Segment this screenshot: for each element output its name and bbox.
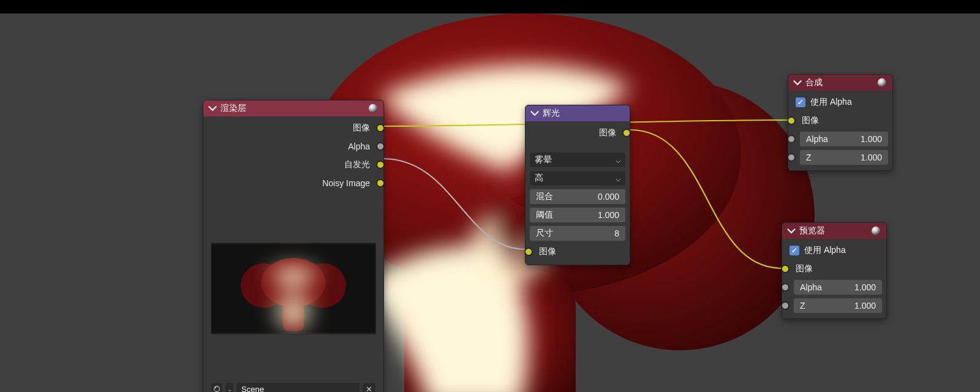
chevron-down-icon[interactable] — [208, 104, 217, 113]
use-alpha-checkbox[interactable]: ✓ 使用 Alpha — [792, 94, 889, 110]
z-field[interactable]: Z 1.000 — [793, 298, 883, 314]
output-noisy-image: Noisy Image — [207, 175, 380, 191]
scene-icon[interactable] — [211, 382, 223, 392]
node-composite[interactable]: 合成 ✓ 使用 Alpha 图像 Alpha 1.000 Z 1.000 — [788, 74, 893, 171]
socket-input-alpha[interactable] — [782, 284, 789, 291]
close-icon[interactable]: ✕ — [363, 382, 376, 392]
check-icon: ✓ — [796, 97, 805, 107]
glare-quality-dropdown[interactable]: 高 ⌵ — [529, 170, 626, 186]
input-alpha-row: Alpha 1.000 — [792, 131, 889, 147]
glare-mix-field[interactable]: 混合 0.000 — [529, 189, 626, 205]
input-image: 图像 — [529, 244, 626, 260]
svg-point-1 — [7, 19, 9, 20]
chevron-right-icon: › — [47, 17, 49, 25]
scene-name-field[interactable]: Scene — [236, 382, 360, 392]
preview-sphere-icon[interactable] — [876, 77, 888, 88]
scene-icon — [5, 17, 13, 25]
input-z-row: Z 1.000 — [792, 149, 889, 165]
alpha-field[interactable]: Alpha 1.000 — [799, 131, 889, 147]
z-field[interactable]: Z 1.000 — [799, 149, 889, 165]
use-alpha-checkbox[interactable]: ✓ 使用 Alpha — [786, 243, 883, 258]
svg-rect-4 — [62, 20, 64, 22]
input-image: 图像 — [786, 261, 883, 277]
socket-input-image[interactable] — [788, 117, 795, 124]
output-emit: 自发光 — [207, 157, 380, 173]
alpha-field[interactable]: Alpha 1.000 — [793, 279, 883, 295]
glare-type-dropdown[interactable]: 雾晕 ⌵ — [529, 152, 626, 168]
nodetree-icon — [56, 17, 65, 25]
output-alpha: Alpha — [207, 138, 380, 154]
input-alpha-row: Alpha 1.000 — [786, 279, 883, 295]
glare-threshold-field[interactable]: 阈值 1.000 — [529, 207, 626, 223]
node-header[interactable]: 辉光 — [526, 105, 630, 121]
node-title: 辉光 — [543, 108, 560, 119]
scene-dropdown-icon[interactable]: ⌄ — [225, 382, 234, 392]
node-viewer[interactable]: 预览器 ✓ 使用 Alpha 图像 Alpha 1.000 Z 1.000 — [782, 222, 887, 319]
node-header[interactable]: 渲染层 — [203, 100, 383, 116]
node-title: 渲染层 — [221, 103, 246, 114]
node-header[interactable]: 合成 — [788, 75, 892, 91]
render-layer-preview — [211, 243, 376, 334]
node-title: 预览器 — [799, 225, 825, 236]
socket-output-image[interactable] — [377, 124, 384, 132]
input-z-row: Z 1.000 — [786, 298, 883, 314]
breadcrumb-nodetree[interactable]: Compositing Nodetree — [70, 17, 143, 25]
backdrop-preview — [0, 13, 980, 392]
socket-input-image[interactable] — [525, 248, 532, 255]
scene-selector[interactable]: ⌄ Scene ✕ — [211, 382, 376, 392]
socket-input-z[interactable] — [788, 154, 795, 161]
svg-rect-5 — [0, 13, 980, 392]
socket-output-alpha[interactable] — [377, 143, 384, 150]
svg-rect-2 — [58, 18, 60, 20]
svg-point-0 — [7, 18, 12, 24]
svg-rect-9 — [404, 271, 576, 392]
socket-output-emit[interactable] — [377, 161, 384, 168]
svg-rect-3 — [58, 22, 60, 24]
node-glare[interactable]: 辉光 图像 雾晕 ⌵ 高 ⌵ 混合 0.000 阈值 1.000 尺寸 8 — [525, 105, 630, 265]
socket-output-image[interactable] — [623, 129, 630, 137]
chevron-down-icon: ⌵ — [616, 173, 620, 183]
chevron-down-icon[interactable] — [530, 109, 539, 118]
breadcrumb: Scene › Compositing Nodetree — [0, 13, 980, 28]
svg-point-18 — [215, 387, 216, 388]
output-image: 图像 — [529, 125, 626, 141]
glare-size-field[interactable]: 尺寸 8 — [529, 225, 626, 241]
node-header[interactable]: 预览器 — [782, 223, 886, 239]
socket-input-z[interactable] — [782, 302, 789, 309]
chevron-down-icon: ⌵ — [616, 155, 620, 165]
socket-input-alpha[interactable] — [788, 135, 795, 143]
svg-point-17 — [214, 386, 220, 392]
chevron-down-icon[interactable] — [787, 227, 796, 235]
socket-output-noisy[interactable] — [377, 179, 384, 187]
node-render-layers[interactable]: 渲染层 图像 Alpha 自发光 Noisy Image — [203, 100, 384, 392]
node-title: 合成 — [805, 77, 823, 88]
breadcrumb-scene[interactable]: Scene — [18, 17, 39, 25]
chevron-down-icon[interactable] — [793, 78, 802, 87]
check-icon: ✓ — [790, 246, 799, 255]
socket-input-image[interactable] — [782, 265, 789, 273]
preview-sphere-icon[interactable] — [870, 225, 881, 236]
output-image: 图像 — [207, 120, 380, 136]
preview-sphere-icon[interactable] — [368, 103, 379, 114]
input-image: 图像 — [792, 113, 889, 129]
